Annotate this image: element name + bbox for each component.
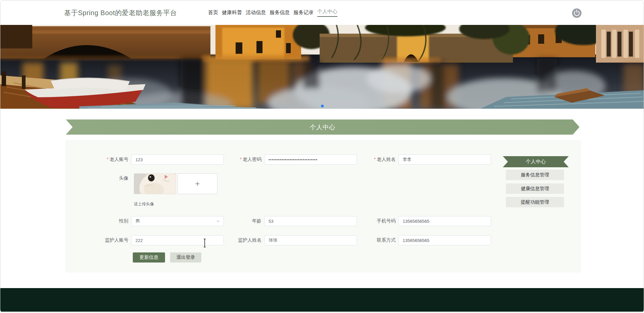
gender-select[interactable]: 男	[131, 216, 224, 226]
sidebar-item-health-info-mgmt[interactable]: 健康信息管理	[506, 183, 564, 194]
required-asterisk: *	[107, 156, 109, 162]
sidebar-item-service-info-mgmt[interactable]: 服务信息管理	[506, 170, 564, 180]
avatar-image[interactable]	[134, 173, 176, 194]
field-elder-password: *老人密码	[227, 154, 357, 165]
cat-photo	[134, 174, 176, 194]
phone-input[interactable]	[398, 216, 491, 226]
sidebar-item-reminder-mgmt[interactable]: 提醒功能管理	[506, 197, 564, 207]
field-guardian-account: 监护人账号	[66, 235, 224, 245]
elder-name-input[interactable]	[398, 154, 491, 165]
guardian-name-input[interactable]	[264, 235, 357, 245]
contact-label: 联系方式	[360, 237, 398, 243]
guardian-account-label: 监护人账号	[66, 237, 131, 243]
elder-password-input[interactable]	[264, 154, 357, 165]
power-icon	[572, 8, 582, 18]
avatar-upload-button[interactable]: +	[177, 173, 217, 194]
section-ribbon: 个人中心	[66, 119, 579, 135]
field-phone: 手机号码	[360, 216, 491, 226]
field-gender: 性别 男	[66, 216, 224, 226]
footer	[0, 288, 644, 312]
guardian-name-label: 监护人姓名	[227, 237, 264, 243]
nav-item-personal-center[interactable]: 个人中心	[317, 8, 337, 17]
field-guardian-name: 监护人姓名	[227, 235, 357, 245]
required-asterisk: *	[374, 156, 376, 162]
page: 基于Spring Boot的爱老助老服务平台 首页 健康科普 活动信息 服务信息…	[0, 0, 644, 313]
age-input[interactable]	[264, 216, 357, 226]
plus-icon: +	[195, 179, 200, 188]
logout-power-button[interactable]	[572, 8, 582, 18]
nav-item-home[interactable]: 首页	[208, 9, 218, 16]
nav-item-service-record[interactable]: 服务记录	[293, 9, 314, 16]
carousel-indicator-dot[interactable]	[321, 105, 324, 107]
logout-button[interactable]: 退出登录	[170, 252, 201, 263]
sidebar-item-personal-center[interactable]: 个人中心	[503, 156, 569, 167]
field-elder-name: *老人姓名	[360, 154, 491, 165]
elder-account-input[interactable]	[131, 154, 224, 165]
hero-carousel[interactable]	[0, 25, 644, 109]
field-contact: 联系方式	[360, 235, 491, 245]
gender-selected-value: 男	[135, 218, 140, 224]
update-info-button[interactable]: 更新信息	[133, 252, 165, 263]
gender-label: 性别	[66, 218, 131, 224]
elder-account-label: *老人账号	[66, 156, 131, 163]
elder-password-label: *老人密码	[227, 156, 264, 163]
field-age: 年龄	[227, 216, 357, 226]
section-title: 个人中心	[310, 123, 335, 131]
phone-label: 手机号码	[360, 218, 398, 224]
header: 基于Spring Boot的爱老助老服务平台 首页 健康科普 活动信息 服务信息…	[0, 0, 644, 25]
required-asterisk: *	[240, 156, 242, 162]
guardian-account-input[interactable]	[131, 235, 224, 245]
avatar-upload-hint: 请上传头像	[134, 201, 154, 207]
field-elder-account: *老人账号	[66, 154, 224, 165]
nav-item-activity-info[interactable]: 活动信息	[246, 9, 266, 16]
nav-item-service-info[interactable]: 服务信息	[270, 9, 290, 16]
contact-input[interactable]	[398, 235, 491, 245]
avatar-label: 头像	[66, 173, 131, 181]
age-label: 年龄	[227, 218, 264, 224]
chevron-down-icon	[216, 219, 220, 223]
site-title: 基于Spring Boot的爱老助老服务平台	[64, 8, 177, 17]
elder-name-label: *老人姓名	[360, 156, 398, 163]
nav-item-health-science[interactable]: 健康科普	[222, 9, 242, 16]
main-nav: 首页 健康科普 活动信息 服务信息 服务记录 个人中心	[208, 0, 337, 25]
hero-canal-photo	[0, 25, 644, 109]
field-avatar: 头像	[66, 173, 131, 183]
profile-form-panel: *老人账号 *老人密码 *老人姓名 头像	[66, 141, 580, 272]
